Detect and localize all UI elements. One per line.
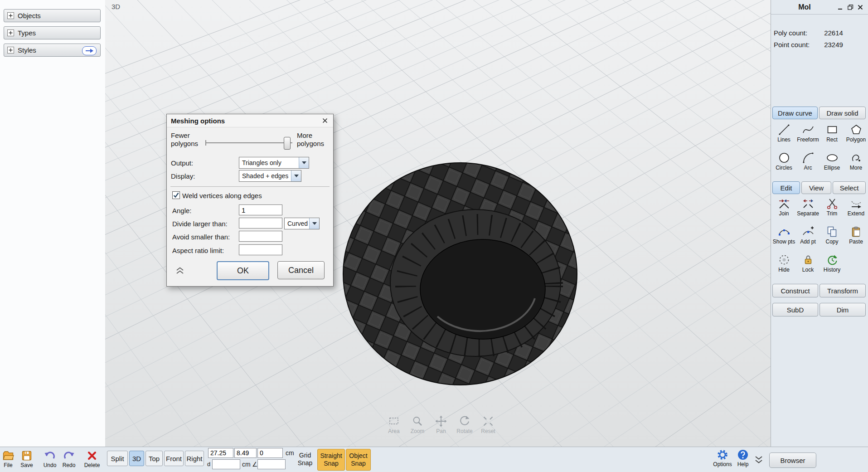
tool-ellipse[interactable]: Ellipse bbox=[820, 150, 844, 178]
more-polygons-label: More polygons bbox=[297, 131, 330, 148]
styles-arrow-button[interactable] bbox=[82, 46, 97, 55]
tool-history[interactable]: History bbox=[820, 252, 844, 280]
left-sidebar: Objects Types Styles bbox=[0, 0, 106, 447]
area-zoom-button[interactable]: Area bbox=[385, 415, 402, 434]
tool-label: Trim bbox=[827, 210, 838, 217]
section-label: Types bbox=[18, 29, 36, 37]
tool-label: Ellipse bbox=[824, 165, 840, 171]
tool-lines[interactable]: Lines bbox=[772, 122, 796, 150]
weld-vertices-checkbox[interactable] bbox=[172, 191, 180, 199]
close-button[interactable] bbox=[855, 3, 865, 12]
view-split-button[interactable]: Split bbox=[107, 451, 128, 466]
sidebar-section-styles[interactable]: Styles bbox=[4, 44, 101, 57]
divide-mode-dropdown[interactable]: Curved bbox=[284, 218, 320, 229]
aspect-ratio-input[interactable] bbox=[239, 244, 282, 255]
sidebar-section-objects[interactable]: Objects bbox=[4, 9, 101, 22]
tab-view[interactable]: View bbox=[801, 181, 831, 194]
dropdown-button[interactable] bbox=[299, 157, 309, 168]
expand-plus-icon[interactable] bbox=[7, 47, 14, 54]
output-dropdown[interactable]: Triangles only bbox=[239, 157, 309, 169]
tool-lock[interactable]: Lock bbox=[796, 252, 820, 280]
tab-draw-curve[interactable]: Draw curve bbox=[772, 107, 818, 119]
tool-rect[interactable]: Rect bbox=[820, 122, 844, 150]
distance-input[interactable] bbox=[212, 459, 240, 469]
poly-count-row: Poly count: 22614 bbox=[774, 29, 843, 37]
tool-extend[interactable]: Extend bbox=[844, 196, 868, 224]
right-arrow-icon bbox=[85, 48, 94, 54]
rotate-button[interactable]: Rotate bbox=[456, 415, 473, 434]
dropdown-button[interactable] bbox=[291, 170, 301, 181]
minimize-button[interactable] bbox=[835, 3, 845, 12]
tool-label: File bbox=[4, 462, 12, 468]
pan-button[interactable]: Pan bbox=[432, 415, 450, 434]
view-3d-button[interactable]: 3D bbox=[129, 451, 144, 466]
divider bbox=[170, 186, 330, 187]
dialog-titlebar[interactable]: Meshing options bbox=[167, 114, 333, 127]
dropdown-button[interactable] bbox=[309, 218, 319, 229]
collapse-toolbar-button[interactable] bbox=[754, 455, 764, 464]
zoom-button[interactable]: Zoom bbox=[409, 415, 426, 434]
reset-corners-icon bbox=[482, 415, 494, 427]
slider-handle[interactable] bbox=[284, 137, 291, 150]
sidebar-section-types[interactable]: Types bbox=[4, 26, 101, 39]
tab-edit[interactable]: Edit bbox=[772, 181, 800, 194]
ok-button[interactable]: OK bbox=[217, 261, 269, 280]
avoid-smaller-input[interactable] bbox=[239, 231, 282, 242]
tool-label: Lines bbox=[777, 136, 790, 143]
collapse-options-button[interactable] bbox=[173, 266, 187, 276]
grid-snap-toggle[interactable]: Grid Snap bbox=[294, 450, 316, 468]
tool-show-pts[interactable]: Show pts bbox=[772, 224, 796, 252]
tool-circles[interactable]: Circles bbox=[772, 150, 796, 178]
rotate-arrow-icon bbox=[459, 415, 470, 427]
coord-z-input[interactable] bbox=[257, 448, 283, 458]
delete-button[interactable]: Delete bbox=[82, 450, 102, 468]
tool-separate[interactable]: Separate bbox=[796, 196, 820, 224]
save-button[interactable]: Save bbox=[19, 450, 35, 468]
view-top-button[interactable]: Top bbox=[145, 451, 163, 466]
polygon-density-slider[interactable] bbox=[205, 142, 292, 143]
angle-input[interactable] bbox=[239, 204, 282, 215]
tab-draw-solid[interactable]: Draw solid bbox=[819, 107, 866, 119]
file-button[interactable]: File bbox=[0, 450, 16, 468]
help-button[interactable]: Help bbox=[734, 449, 752, 467]
redo-button[interactable]: Redo bbox=[61, 450, 77, 468]
reset-view-button[interactable]: Reset bbox=[480, 415, 497, 434]
ring-object[interactable] bbox=[339, 144, 581, 421]
object-snap-toggle[interactable]: Object Snap bbox=[346, 449, 371, 471]
tab-select[interactable]: Select bbox=[833, 181, 866, 194]
browser-button[interactable]: Browser bbox=[769, 453, 816, 468]
coord-x-input[interactable] bbox=[208, 448, 233, 458]
dialog-close-icon[interactable] bbox=[321, 117, 329, 125]
tool-arc[interactable]: Arc bbox=[796, 150, 820, 178]
divide-larger-input[interactable] bbox=[239, 218, 282, 229]
tool-trim[interactable]: Trim bbox=[820, 196, 844, 224]
view-front-button[interactable]: Front bbox=[164, 451, 184, 466]
dim-button[interactable]: Dim bbox=[820, 303, 866, 316]
straight-snap-toggle[interactable]: Straight Snap bbox=[317, 449, 345, 471]
display-dropdown[interactable]: Shaded + edges bbox=[239, 170, 301, 182]
tool-add-pt[interactable]: Add pt bbox=[796, 224, 820, 252]
transform-button[interactable]: Transform bbox=[820, 284, 866, 297]
subd-button[interactable]: SubD bbox=[772, 303, 818, 316]
tool-polygon[interactable]: Polygon bbox=[844, 122, 868, 150]
angle-input-bottom[interactable] bbox=[257, 459, 286, 469]
panel-titlebar[interactable]: MoI bbox=[771, 0, 868, 15]
tool-join[interactable]: Join bbox=[772, 196, 796, 224]
tool-paste[interactable]: Paste bbox=[844, 224, 868, 252]
expand-plus-icon[interactable] bbox=[7, 29, 14, 36]
options-button[interactable]: Options bbox=[713, 449, 732, 467]
restore-button[interactable] bbox=[845, 3, 855, 12]
view-right-button[interactable]: Right bbox=[185, 451, 204, 466]
viewport-nav-controls: Area Zoom Pan Rotate Reset bbox=[385, 415, 497, 434]
undo-button[interactable]: Undo bbox=[41, 450, 59, 468]
add-point-icon bbox=[802, 226, 814, 238]
tool-hide[interactable]: Hide bbox=[772, 252, 796, 280]
tool-copy[interactable]: Copy bbox=[820, 224, 844, 252]
point-count-value: 23249 bbox=[824, 41, 843, 49]
construct-button[interactable]: Construct bbox=[772, 284, 818, 297]
coord-y-input[interactable] bbox=[234, 448, 257, 458]
expand-plus-icon[interactable] bbox=[7, 12, 14, 19]
tool-freeform[interactable]: Freeform bbox=[796, 122, 820, 150]
tool-more[interactable]: More bbox=[844, 150, 868, 178]
cancel-button[interactable]: Cancel bbox=[277, 261, 325, 279]
